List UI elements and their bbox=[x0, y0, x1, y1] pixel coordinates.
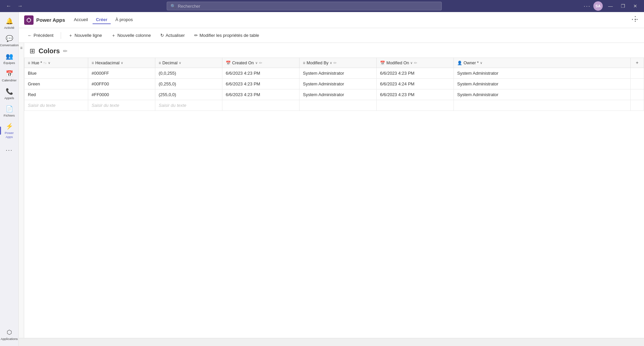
created-on-dropdown-icon[interactable]: ∨ bbox=[255, 61, 258, 65]
app-nav: Accueil Créer À propos bbox=[70, 16, 136, 24]
plus-icon-2: ＋ bbox=[111, 32, 116, 39]
minimize-button[interactable]: — bbox=[605, 3, 615, 9]
nav-apropos[interactable]: À propos bbox=[112, 16, 136, 24]
search-input[interactable] bbox=[178, 4, 438, 9]
hue-sort-icon[interactable]: ↑↓ bbox=[43, 61, 47, 65]
refresh-icon: ↻ bbox=[160, 33, 164, 38]
placeholder-cell-hue[interactable]: Saisir du texte bbox=[24, 100, 88, 111]
modified-by-edit-icon[interactable]: ✏ bbox=[333, 61, 337, 65]
col-header-modified-by[interactable]: ≡ Modified By ∨ ✏ bbox=[300, 58, 377, 68]
sidebar-item-activity[interactable]: 🔔 Activité bbox=[0, 15, 18, 32]
nav-creer[interactable]: Créer bbox=[93, 16, 111, 24]
table-title-row: ⊞ Colors ✏ bbox=[24, 43, 644, 58]
app-logo[interactable]: Power Apps bbox=[24, 15, 65, 25]
placeholder-cell-hexadecimal[interactable]: Saisir du texte bbox=[88, 100, 155, 111]
col-header-hue[interactable]: ≡ Hue * ↑↓ ∨ bbox=[24, 58, 88, 68]
left-collapse-panel[interactable]: ≡ bbox=[19, 43, 24, 338]
sidebar-item-conversation[interactable]: 💬 Conversation bbox=[0, 32, 18, 50]
table-area: ⊞ Colors ✏ ≡ Hue * ↑↓ ∨ bbox=[24, 43, 644, 338]
sidebar-item-files[interactable]: 📄 Fichiers bbox=[0, 102, 18, 120]
more-icon: ··· bbox=[6, 147, 13, 154]
created-on-col-label: Created On bbox=[232, 61, 254, 65]
hex-col-icon: ≡ bbox=[92, 61, 94, 65]
files-icon: 📄 bbox=[6, 105, 13, 113]
avatar[interactable]: SA bbox=[593, 1, 603, 11]
table-body: Blue#0000FF(0,0,255)6/6/2023 4:23 PMSyst… bbox=[24, 68, 644, 111]
modified-by-dropdown-icon[interactable]: ∨ bbox=[330, 61, 332, 65]
data-table: ≡ Hue * ↑↓ ∨ ≡ Hexadacimal ∨ bbox=[24, 58, 644, 111]
col-header-created-on[interactable]: 📅 Created On ∨ ✏ bbox=[222, 58, 300, 68]
table-placeholder-row[interactable]: Saisir du texteSaisir du texteSaisir du … bbox=[24, 100, 644, 111]
owner-dropdown-icon[interactable]: ∨ bbox=[480, 61, 482, 65]
created-on-edit-icon[interactable]: ✏ bbox=[259, 61, 262, 65]
nav-back-button[interactable]: ← bbox=[4, 2, 13, 10]
sidebar-item-applications[interactable]: ⬡ Applications bbox=[0, 326, 18, 343]
app-main: Power Apps Accueil Créer À propos ← Préc… bbox=[19, 12, 644, 346]
refresh-label: Actualiser bbox=[166, 33, 185, 38]
table-row[interactable]: Red#FF0000(255,0,0)6/6/2023 4:23 PMSyste… bbox=[24, 89, 644, 100]
table-row[interactable]: Green#00FF00(0,255,0)6/6/2023 4:23 PMSys… bbox=[24, 79, 644, 89]
cell-empty bbox=[631, 68, 644, 79]
dec-col-label: Decimal bbox=[162, 61, 177, 65]
cell-decimal: (0,255,0) bbox=[155, 79, 222, 89]
app-header: Power Apps Accueil Créer À propos bbox=[19, 12, 644, 28]
title-bar-left: ← → bbox=[4, 2, 25, 10]
nav-accueil[interactable]: Accueil bbox=[70, 16, 91, 24]
back-label: Précédent bbox=[34, 33, 53, 38]
placeholder-cell-decimal[interactable]: Saisir du texte bbox=[155, 100, 222, 111]
hue-dropdown-icon[interactable]: ∨ bbox=[48, 61, 50, 65]
cell-modified_by: System Administrator bbox=[300, 89, 377, 100]
new-line-button[interactable]: ＋ Nouvelle ligne bbox=[65, 31, 105, 40]
svg-point-0 bbox=[635, 19, 636, 20]
owner-col-icon: 👤 bbox=[457, 61, 462, 65]
col-header-modified-on[interactable]: 📅 Modified On ∨ ✏ bbox=[377, 58, 454, 68]
cell-created_on: 6/6/2023 4:23 PM bbox=[222, 79, 300, 89]
edit-props-button[interactable]: ✏ Modifier les propriétés de table bbox=[191, 31, 263, 40]
col-header-owner[interactable]: 👤 Owner * ∨ bbox=[454, 58, 631, 68]
table-row[interactable]: Blue#0000FF(0,0,255)6/6/2023 4:23 PMSyst… bbox=[24, 68, 644, 79]
cell-hue: Blue bbox=[24, 68, 88, 79]
col-header-hexadecimal[interactable]: ≡ Hexadacimal ∨ bbox=[88, 58, 155, 68]
refresh-button[interactable]: ↻ Actualiser bbox=[157, 31, 188, 40]
hue-col-label: Hue * bbox=[32, 61, 42, 65]
nav-forward-button[interactable]: → bbox=[15, 2, 25, 10]
cell-decimal: (0,0,255) bbox=[155, 68, 222, 79]
placeholder-cell-created_on bbox=[222, 100, 300, 111]
cell-modified_by: System Administrator bbox=[300, 79, 377, 89]
cell-owner: System Administrator bbox=[454, 68, 631, 79]
sidebar-item-teams[interactable]: 👥 Équipes bbox=[0, 50, 18, 67]
toolbar: ← Précédent ＋ Nouvelle ligne ＋ Nouvelle … bbox=[19, 28, 644, 43]
edit-icon: ✏ bbox=[194, 33, 198, 38]
more-options-button[interactable]: ··· bbox=[584, 3, 591, 10]
modified-on-dropdown-icon[interactable]: ∨ bbox=[410, 61, 413, 65]
table-grid-icon: ⊞ bbox=[30, 47, 35, 55]
back-button[interactable]: ← Précédent bbox=[24, 31, 57, 40]
table-title-edit-icon[interactable]: ✏ bbox=[63, 48, 67, 54]
sidebar-item-label: Applications bbox=[1, 337, 18, 341]
powerapps-logo-icon bbox=[24, 15, 34, 25]
sidebar-item-calls[interactable]: 📞 Appels bbox=[0, 85, 18, 102]
modified-on-edit-icon[interactable]: ✏ bbox=[414, 61, 417, 65]
table-title: Colors bbox=[39, 47, 60, 55]
close-button[interactable]: ✕ bbox=[631, 3, 640, 9]
dec-dropdown-icon[interactable]: ∨ bbox=[179, 61, 181, 65]
cell-hexadecimal: #FF0000 bbox=[88, 89, 155, 100]
cell-hue: Red bbox=[24, 89, 88, 100]
sidebar-item-label: Équipes bbox=[3, 61, 15, 65]
cell-empty bbox=[631, 89, 644, 100]
add-column-button[interactable]: ＋ bbox=[631, 58, 644, 68]
sidebar-item-label: Power Apps bbox=[1, 131, 17, 139]
new-column-button[interactable]: ＋ Nouvelle colonne bbox=[108, 31, 154, 40]
maximize-button[interactable]: ❐ bbox=[618, 3, 628, 9]
cell-modified_on: 6/6/2023 4:24 PM bbox=[377, 79, 454, 89]
placeholder-cell-owner bbox=[454, 100, 631, 111]
cell-modified_on: 6/6/2023 4:23 PM bbox=[377, 89, 454, 100]
sidebar-item-calendar[interactable]: 📅 Calendrier bbox=[0, 67, 18, 85]
col-header-decimal[interactable]: ≡ Decimal ∨ bbox=[155, 58, 222, 68]
app-header-right bbox=[632, 16, 639, 24]
sidebar-item-powerapps[interactable]: ⚡ Power Apps bbox=[0, 120, 18, 141]
sidebar-item-more[interactable]: ··· bbox=[0, 144, 18, 157]
hex-dropdown-icon[interactable]: ∨ bbox=[121, 61, 123, 65]
settings-icon[interactable] bbox=[632, 16, 639, 23]
content-area: ≡ ⊞ Colors ✏ ≡ Hue * bbox=[19, 43, 644, 338]
